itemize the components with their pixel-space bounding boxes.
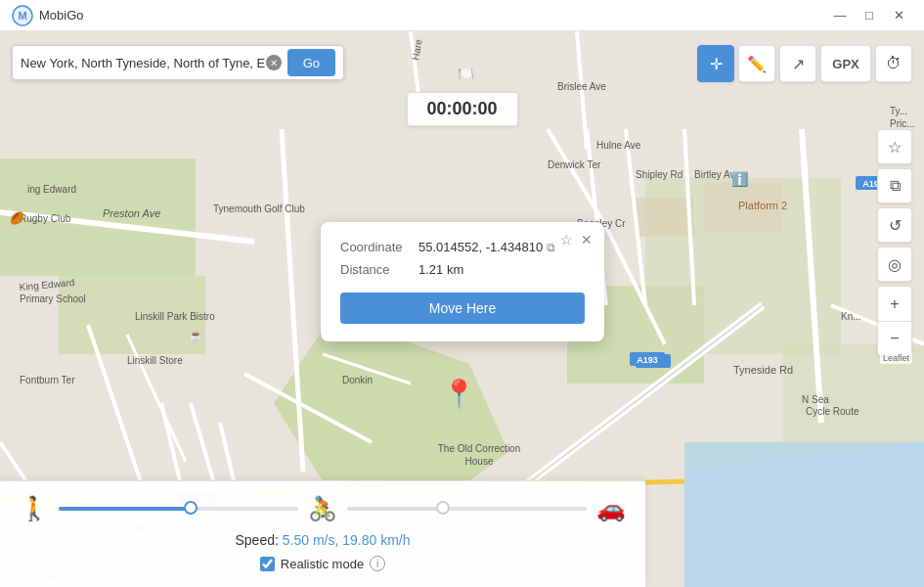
share-button[interactable]: ↗ (779, 45, 816, 82)
svg-text:M: M (18, 10, 26, 22)
speed-display: Speed: 5.50 m/s, 19.80 km/h (20, 532, 626, 548)
coordinate-value: 55.014552, -1.434810 (418, 240, 543, 254)
bottom-panel: 🚶 🚴 🚗 Speed: 5.50 m/s, 19.80 km/h Realis… (0, 480, 645, 587)
realistic-mode-row: Realistic mode i (20, 556, 626, 571)
svg-text:Cycle Route: Cycle Route (806, 406, 859, 417)
titlebar: M MobiGo — □ ✕ (0, 0, 924, 31)
svg-text:Fontburn Ter: Fontburn Ter (20, 375, 75, 385)
svg-text:Primary School: Primary School (20, 294, 86, 304)
popup-favorite-button[interactable]: ☆ (560, 232, 573, 248)
search-go-button[interactable]: Go (287, 49, 335, 76)
realistic-mode-label: Realistic mode (281, 557, 364, 571)
speed-slider-2-thumb[interactable] (436, 501, 450, 515)
search-clear-button[interactable]: ✕ (266, 55, 282, 70)
maximize-button[interactable]: □ (856, 5, 883, 26)
favorites-button[interactable]: ☆ (877, 129, 912, 164)
window-controls: — □ ✕ (826, 5, 912, 26)
svg-text:☕: ☕ (189, 328, 203, 342)
zoom-controls: + − (877, 286, 912, 356)
timer: 00:00:00 (406, 92, 517, 126)
svg-text:Platform 2: Platform 2 (738, 200, 787, 211)
svg-text:Linskill Store: Linskill Store (127, 355, 183, 366)
svg-text:Brislee Ave: Brislee Ave (557, 81, 606, 92)
app-logo: M (12, 5, 33, 26)
realistic-mode-checkbox[interactable] (260, 557, 275, 571)
copy-button[interactable]: ⧉ (877, 168, 912, 203)
svg-text:N Sea: N Sea (802, 394, 829, 405)
svg-text:Hulne Ave: Hulne Ave (596, 140, 641, 151)
search-input[interactable] (21, 56, 266, 70)
walk-icon[interactable]: 🚶 (20, 495, 49, 522)
speed-slider-fill (59, 507, 191, 511)
svg-text:🍽️: 🍽️ (458, 66, 475, 82)
coordinate-label: Coordinate (340, 240, 418, 254)
svg-text:Kn...: Kn... (841, 311, 861, 322)
location-popup: ☆ ✕ Coordinate 55.014552, -1.434810 ⧉ Di… (321, 222, 604, 341)
realistic-mode-info-icon[interactable]: i (370, 556, 385, 571)
svg-text:Denwick Ter: Denwick Ter (548, 159, 601, 170)
speed-slider[interactable] (59, 507, 298, 511)
route-button[interactable]: ✏️ (738, 45, 775, 82)
search-bar: ✕ Go (12, 45, 344, 80)
history-button[interactable]: ⏱ (875, 45, 912, 82)
svg-text:Preston Ave: Preston Ave (103, 207, 160, 219)
main-area: A193 A193 (0, 31, 924, 587)
distance-row: Distance 1.21 km (340, 262, 585, 277)
speed-ms: 5.50 m/s, (283, 532, 339, 548)
speed-slider-2-fill (347, 507, 443, 511)
svg-text:ing Edward: ing Edward (27, 184, 76, 195)
zoom-in-button[interactable]: + (877, 286, 912, 321)
popup-close-button[interactable]: ✕ (581, 232, 593, 248)
speed-slider-2[interactable] (347, 507, 587, 511)
speed-slider-thumb[interactable] (184, 501, 198, 515)
app-title: MobiGo (39, 8, 826, 23)
minimize-button[interactable]: — (826, 5, 854, 26)
svg-text:Tyneside Rd: Tyneside Rd (733, 364, 793, 376)
car-icon[interactable]: 🚗 (596, 495, 626, 522)
distance-value: 1.21 km (418, 262, 463, 277)
speed-kmh: 19.80 km/h (342, 532, 410, 548)
svg-text:Shipley Rd: Shipley Rd (636, 169, 682, 180)
svg-text:The Old Correction: The Old Correction (438, 443, 520, 454)
svg-text:Tynemouth Golf Club: Tynemouth Golf Club (213, 203, 305, 214)
svg-text:Linskill Park Bistro: Linskill Park Bistro (135, 311, 215, 322)
svg-text:ℹ️: ℹ️ (731, 171, 749, 188)
transport-selector: 🚶 🚴 🚗 (20, 495, 626, 522)
copy-coordinate-button[interactable]: ⧉ (547, 241, 555, 254)
svg-text:House: House (465, 456, 494, 467)
coordinate-row: Coordinate 55.014552, -1.434810 ⧉ (340, 240, 585, 254)
leaflet-attribution: Leaflet (880, 352, 912, 364)
popup-header: ☆ ✕ (560, 232, 593, 248)
svg-text:Rugby Club: Rugby Club (20, 213, 71, 224)
location-button[interactable]: ◎ (877, 247, 912, 282)
top-toolbar: ✛ ✏️ ↗ GPX ⏱ (697, 45, 912, 82)
svg-text:Donkin: Donkin (342, 375, 373, 385)
speed-label: Speed: (235, 532, 282, 548)
zoom-out-button[interactable]: − (877, 321, 912, 356)
bike-icon[interactable]: 🚴 (308, 495, 337, 522)
svg-text:📍: 📍 (442, 378, 476, 410)
right-buttons: ☆ ⧉ ↺ ◎ + − Leaflet (877, 129, 912, 356)
refresh-button[interactable]: ↺ (877, 207, 912, 243)
svg-text:A193: A193 (637, 355, 658, 365)
svg-text:Ty...: Ty... (890, 106, 907, 116)
svg-text:Pric...: Pric... (890, 118, 915, 129)
svg-text:🏉: 🏉 (10, 210, 24, 225)
gpx-button[interactable]: GPX (820, 45, 871, 82)
move-here-button[interactable]: Move Here (340, 293, 585, 324)
close-button[interactable]: ✕ (885, 5, 912, 26)
svg-rect-12 (636, 198, 694, 237)
teleport-button[interactable]: ✛ (697, 45, 734, 82)
distance-label: Distance (340, 262, 418, 277)
